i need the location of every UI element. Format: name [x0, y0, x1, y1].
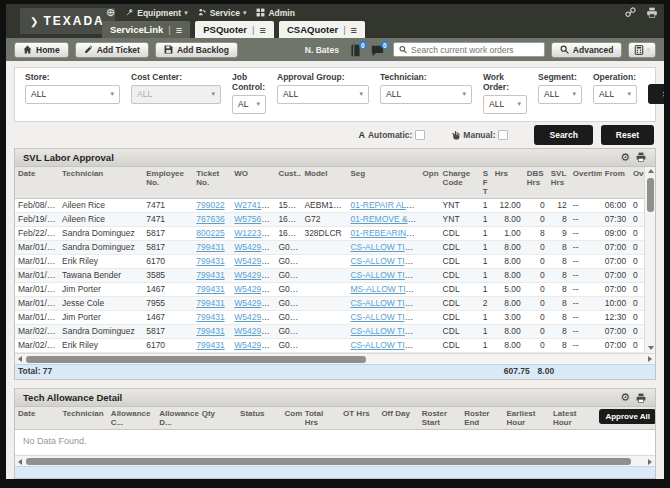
segment-link[interactable]: 01-REMOVE & INSTALL/RE... — [350, 214, 419, 224]
tab-psquoter[interactable]: PSQuoter | ≡ — [195, 21, 274, 38]
approve-all-button[interactable]: Approve All — [599, 409, 655, 424]
segment-link[interactable]: CS-ALLOW TIME CO HOLI... — [350, 256, 419, 266]
link-icon[interactable] — [625, 7, 636, 18]
search-input[interactable] — [411, 45, 539, 55]
work-order-link[interactable]: W5429664 — [234, 312, 275, 322]
horizontal-scrollbar[interactable] — [15, 455, 655, 466]
tab-menu-icon[interactable]: ≡ — [351, 24, 357, 36]
filter-select[interactable]: ALL▾ — [131, 85, 221, 104]
column-header[interactable]: OT Hrs — [340, 407, 378, 430]
column-header[interactable]: Com... — [281, 407, 301, 430]
ticket-link[interactable]: 799431 — [196, 298, 224, 308]
column-header[interactable]: SVL Hrs — [548, 167, 570, 199]
save-button[interactable]: Save — [648, 84, 664, 104]
print-icon[interactable] — [646, 7, 658, 18]
ticket-link[interactable]: 799431 — [196, 340, 224, 350]
column-header[interactable]: Overtime — [570, 167, 602, 199]
work-order-link[interactable]: W5429664 — [234, 284, 275, 294]
print-icon[interactable] — [635, 393, 647, 403]
ticket-link[interactable]: 799431 — [196, 312, 224, 322]
column-header[interactable]: Off Day — [378, 407, 418, 430]
scroll-right-arrow[interactable] — [645, 456, 655, 467]
tab-menu-icon[interactable]: ≡ — [260, 24, 266, 36]
menu-admin[interactable]: Admin — [256, 8, 294, 18]
column-header[interactable]: Roster End — [461, 407, 503, 430]
segment-link[interactable]: 01-REPAIR ALLIED EQUIP... — [350, 200, 419, 210]
column-header[interactable]: Roster Start — [419, 407, 461, 430]
column-header[interactable]: Allowance C... — [108, 407, 156, 430]
work-order-link[interactable]: W5429664 — [234, 242, 275, 252]
toolbar-more-button[interactable]: ▾ — [628, 42, 656, 58]
work-order-link[interactable]: W1223435 — [234, 228, 275, 238]
scroll-up-arrow[interactable] — [645, 167, 656, 176]
column-header[interactable]: Date — [15, 407, 59, 430]
column-header[interactable]: Technician — [59, 407, 107, 430]
add-backlog-button[interactable]: Add Backlog — [155, 42, 238, 58]
column-header[interactable]: Ticket No. — [193, 167, 231, 199]
column-header[interactable]: Status — [237, 407, 281, 430]
filter-select[interactable]: ALL▾ — [25, 85, 120, 104]
segment-link[interactable]: CS-ALLOW TIME CO HOLI... — [350, 312, 419, 322]
horizontal-scroll-thumb[interactable] — [26, 458, 631, 465]
column-header[interactable]: Technician — [59, 167, 143, 199]
column-header[interactable]: Qty — [199, 407, 237, 430]
reset-button[interactable]: Reset — [601, 125, 654, 145]
scroll-right-arrow[interactable] — [645, 354, 655, 365]
column-header[interactable]: Model — [301, 167, 347, 199]
column-header[interactable]: Earliest Hour — [504, 407, 550, 430]
tab-servicelink[interactable]: ServiceLink | ≡ — [102, 21, 190, 38]
filter-select[interactable]: AL▾ — [232, 95, 266, 114]
segment-link[interactable]: CS-ALLOW TIME CO HOLI... — [350, 242, 419, 252]
vertical-scrollbar[interactable] — [644, 167, 655, 353]
vertical-scroll-thumb[interactable] — [647, 178, 654, 212]
column-header[interactable]: Cust... — [275, 167, 301, 199]
ticket-link[interactable]: 767636 — [196, 214, 224, 224]
tab-csaquoter[interactable]: CSAQuoter | ≡ — [279, 21, 365, 38]
messages-button[interactable]: 0 — [371, 43, 387, 56]
segment-link[interactable]: CS-ALLOW TIME CO HOLI... — [350, 326, 419, 336]
filter-select[interactable]: ALL▾ — [538, 85, 582, 104]
column-header[interactable]: Total Hrs — [302, 407, 340, 430]
column-header[interactable]: From — [602, 167, 630, 199]
ticket-link[interactable]: 799431 — [196, 242, 224, 252]
column-header[interactable]: Allowance D... — [156, 407, 198, 430]
manual-checkbox[interactable] — [498, 130, 508, 140]
notes-button[interactable]: 0 — [349, 43, 365, 56]
filter-select[interactable]: ALL▾ — [593, 85, 637, 104]
ticket-link[interactable]: 800225 — [196, 228, 224, 238]
column-header[interactable]: Charge Code — [440, 167, 480, 199]
scroll-down-arrow[interactable] — [645, 344, 656, 353]
gear-icon[interactable]: ⚙ — [620, 152, 630, 163]
column-header[interactable]: WO — [231, 167, 275, 199]
filter-select[interactable]: ALL▾ — [380, 85, 472, 104]
add-ticket-button[interactable]: Add Ticket — [75, 42, 149, 58]
horizontal-scroll-thumb[interactable] — [26, 356, 366, 363]
segment-link[interactable]: CS-ALLOW TIME CO HOLI... — [350, 340, 419, 350]
advanced-search-button[interactable]: Advanced — [551, 42, 623, 58]
column-header[interactable]: Date — [15, 167, 59, 199]
work-order-link[interactable]: W5429664 — [234, 270, 275, 280]
search-button[interactable]: Search — [534, 125, 592, 145]
filter-select[interactable]: ALL▾ — [277, 85, 369, 104]
scroll-left-arrow[interactable] — [15, 354, 25, 365]
horizontal-scrollbar[interactable] — [15, 353, 655, 364]
ticket-link[interactable]: 799431 — [196, 256, 224, 266]
ticket-link[interactable]: 799431 — [196, 270, 224, 280]
column-header[interactable]: Latest Hour — [550, 407, 596, 430]
segment-link[interactable]: MS-ALLOW TIME CO HOLI... — [350, 284, 419, 294]
gear-icon[interactable]: ⚙ — [620, 392, 630, 403]
segment-link[interactable]: CS-ALLOW TIME CO HOLI... — [350, 270, 419, 280]
segment-link[interactable]: 01-REBEARING & RESEAL... — [350, 228, 419, 238]
segment-link[interactable]: CS-ALLOW TIME CO HOLI... — [350, 298, 419, 308]
column-header[interactable]: S F T — [480, 167, 492, 199]
work-order-link[interactable]: W2741417 — [234, 200, 275, 210]
scroll-left-arrow[interactable] — [15, 456, 25, 467]
column-header[interactable]: Overt — [630, 167, 644, 199]
column-header[interactable]: Hrs — [492, 167, 524, 199]
print-icon[interactable] — [635, 152, 647, 162]
menu-service[interactable]: Service ▾ — [198, 8, 247, 18]
texada-logo[interactable]: ❯ TEXADA — [20, 8, 115, 34]
tab-menu-icon[interactable]: ≡ — [176, 24, 182, 36]
ticket-link[interactable]: 799431 — [196, 284, 224, 294]
circle-plus-icon[interactable]: ⊕ — [106, 6, 115, 19]
